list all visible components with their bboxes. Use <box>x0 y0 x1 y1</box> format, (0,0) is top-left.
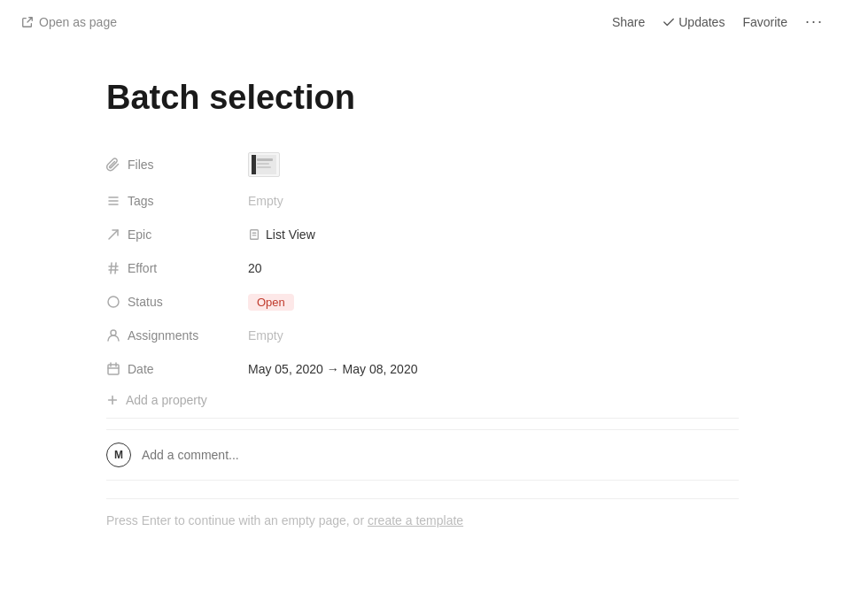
date-label-text: Date <box>128 362 154 376</box>
footer-text-before: Press Enter to continue with an empty pa… <box>106 513 368 527</box>
svg-rect-1 <box>252 155 256 174</box>
property-row-effort: Effort 20 <box>106 251 739 285</box>
date-label: Date <box>106 362 248 376</box>
tags-label-text: Tags <box>128 194 154 208</box>
file-thumb-image <box>252 155 276 174</box>
status-label-text: Status <box>128 295 163 309</box>
svg-line-13 <box>115 263 116 273</box>
assignments-empty-text: Empty <box>248 328 283 343</box>
property-row-date: Date May 05, 2020 → May 08, 2020 <box>106 352 739 386</box>
property-row-files: Files <box>106 145 739 184</box>
svg-point-17 <box>111 330 116 335</box>
list-icon <box>106 194 120 208</box>
svg-line-12 <box>111 263 112 273</box>
footer-divider <box>106 480 739 481</box>
svg-rect-3 <box>257 163 269 165</box>
effort-label-text: Effort <box>128 261 157 275</box>
epic-label: Epic <box>106 227 248 242</box>
date-value[interactable]: May 05, 2020 → May 08, 2020 <box>248 362 739 376</box>
assignments-label-text: Assignments <box>128 328 198 343</box>
avatar: M <box>106 443 131 467</box>
property-row-epic: Epic List View <box>106 218 739 251</box>
tags-empty-text: Empty <box>248 194 283 208</box>
topbar: Open as page Share Updates Favorite ··· <box>0 0 845 43</box>
status-label: Status <box>106 295 248 309</box>
property-row-assignments: Assignments Empty <box>106 319 739 352</box>
tags-label: Tags <box>106 194 248 208</box>
comment-input[interactable] <box>142 448 739 462</box>
epic-value[interactable]: List View <box>248 227 739 242</box>
status-value[interactable]: Open <box>248 294 739 311</box>
svg-point-16 <box>108 296 119 307</box>
favorite-button[interactable]: Favorite <box>742 15 787 29</box>
tags-value[interactable]: Empty <box>248 194 739 208</box>
assignments-value[interactable]: Empty <box>248 328 739 343</box>
hash-icon <box>106 261 120 275</box>
main-content: Batch selection Files <box>0 43 845 563</box>
effort-value-text: 20 <box>248 261 262 275</box>
topbar-actions: Share Updates Favorite ··· <box>612 12 824 31</box>
open-as-page-label: Open as page <box>39 15 117 29</box>
add-property-label: Add a property <box>126 393 207 407</box>
comment-section: M <box>106 429 739 467</box>
effort-label: Effort <box>106 261 248 275</box>
epic-label-text: Epic <box>128 227 151 242</box>
assignments-label: Assignments <box>106 328 248 343</box>
person-icon <box>106 328 120 343</box>
updates-button[interactable]: Updates <box>663 15 725 29</box>
share-button[interactable]: Share <box>612 15 645 29</box>
doc-icon <box>248 228 260 241</box>
svg-rect-18 <box>108 365 119 374</box>
files-value[interactable] <box>248 152 739 177</box>
svg-rect-2 <box>257 158 273 161</box>
page-title: Batch selection <box>106 79 739 117</box>
status-badge: Open <box>248 294 294 311</box>
properties-section: Files <box>106 145 739 414</box>
effort-value[interactable]: 20 <box>248 261 739 275</box>
date-value-text: May 05, 2020 → May 08, 2020 <box>248 362 417 376</box>
svg-rect-9 <box>251 230 259 240</box>
open-page-icon <box>21 16 34 28</box>
more-button[interactable]: ··· <box>805 12 824 31</box>
property-row-tags: Tags Empty <box>106 184 739 218</box>
updates-label: Updates <box>678 15 725 29</box>
divider <box>106 418 739 419</box>
add-property-button[interactable]: Add a property <box>106 386 739 414</box>
svg-rect-4 <box>257 166 271 168</box>
property-row-status: Status Open <box>106 285 739 319</box>
open-as-page-button[interactable]: Open as page <box>21 15 117 29</box>
checkmark-icon <box>663 16 675 28</box>
arrow-up-right-icon <box>106 227 120 242</box>
files-label-text: Files <box>128 158 154 172</box>
calendar-icon <box>106 362 120 376</box>
circle-icon <box>106 295 120 309</box>
file-thumbnail <box>248 152 280 177</box>
svg-line-8 <box>109 230 118 239</box>
footer-text: Press Enter to continue with an empty pa… <box>106 498 739 527</box>
epic-value-text: List View <box>266 227 315 242</box>
create-template-link[interactable]: create a template <box>368 513 463 527</box>
files-label: Files <box>106 158 248 172</box>
plus-icon <box>106 394 119 406</box>
paperclip-icon <box>106 158 120 172</box>
